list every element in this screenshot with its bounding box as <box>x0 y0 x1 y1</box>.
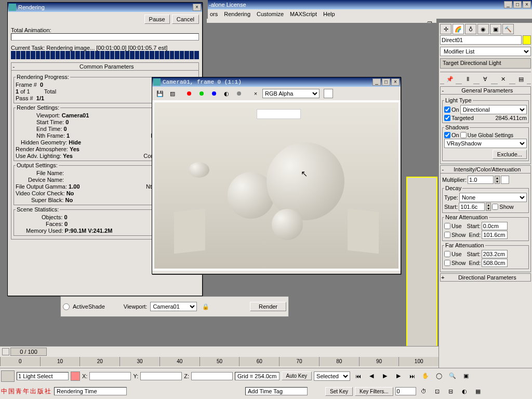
light-type-select[interactable]: Directional <box>460 105 527 114</box>
x-coord[interactable] <box>89 372 131 380</box>
lock-viewport-icon[interactable]: 🔒 <box>200 301 211 312</box>
add-time-tag[interactable]: Add Time Tag <box>245 387 308 395</box>
vfb-maximize-icon[interactable]: □ <box>382 78 390 86</box>
y-coord[interactable] <box>140 372 182 380</box>
lock-icon[interactable] <box>71 371 80 381</box>
goto-start-icon[interactable]: ⏮ <box>352 370 364 382</box>
targeted-checkbox[interactable] <box>444 115 450 121</box>
goto-end-icon[interactable]: ⏭ <box>406 370 418 382</box>
current-frame-spinner[interactable] <box>395 387 416 395</box>
viewport-select[interactable]: Camera01 <box>150 302 197 311</box>
object-name-input[interactable] <box>440 35 522 45</box>
render-button[interactable]: Render <box>250 302 286 311</box>
fov-icon[interactable]: ◐ <box>459 385 470 397</box>
tab-utilities-icon[interactable]: 🔨 <box>502 24 514 34</box>
modifier-stack-item[interactable]: Target Directional Light <box>440 58 531 69</box>
tab-motion-icon[interactable]: ◉ <box>477 24 489 34</box>
far-end-spinner[interactable] <box>482 259 508 267</box>
menu-customize[interactable]: Customize <box>257 11 284 17</box>
min-max-icon[interactable]: ▦ <box>472 385 484 397</box>
clone-icon[interactable]: ▨ <box>167 88 178 99</box>
time-prev-icon[interactable] <box>2 348 9 355</box>
modifier-list-select[interactable]: Modifier List <box>440 47 531 56</box>
near-use-checkbox[interactable] <box>444 223 450 229</box>
blue-channel-icon[interactable] <box>208 88 220 99</box>
prev-frame-icon[interactable]: ◀ <box>366 370 377 382</box>
rollout-general-header[interactable]: -General Parameters <box>440 86 531 95</box>
rollout-directional-header[interactable]: +Directional Parameters <box>440 273 531 282</box>
decay-start-spinner[interactable] <box>459 203 485 211</box>
far-start-spinner[interactable] <box>482 250 508 258</box>
timeline-ruler[interactable]: 0 10 20 30 40 50 60 70 80 90 100 <box>0 357 438 366</box>
next-frame-icon[interactable]: ▶ <box>393 370 404 382</box>
channel-select[interactable]: RGB Alpha <box>262 89 320 98</box>
make-unique-icon[interactable]: ∀ <box>480 73 491 85</box>
tab-create-icon[interactable]: ✢ <box>440 24 451 34</box>
shadow-type-select[interactable]: VRayShadow <box>444 139 527 148</box>
near-show-checkbox[interactable] <box>444 232 450 238</box>
zoom-icon[interactable]: 🔍 <box>447 370 458 382</box>
activeshade-radio[interactable] <box>63 303 70 310</box>
shadows-on-checkbox[interactable] <box>444 132 450 138</box>
green-channel-icon[interactable] <box>196 88 207 99</box>
vfb-minimize-icon[interactable]: _ <box>373 78 381 86</box>
z-coord[interactable] <box>191 372 233 380</box>
decay-show-checkbox[interactable] <box>492 204 498 210</box>
setkey-button[interactable]: Set Key <box>325 387 353 396</box>
remove-modifier-icon[interactable]: ✕ <box>498 73 509 85</box>
multiplier-spin-icon[interactable]: ▲▼ <box>495 176 500 184</box>
maximize-icon[interactable]: □ <box>513 1 522 8</box>
save-image-icon[interactable]: 💾 <box>154 88 166 99</box>
alpha-channel-icon[interactable]: ◐ <box>221 88 232 99</box>
tab-modify-icon[interactable]: 🌈 <box>453 24 464 34</box>
use-global-checkbox[interactable] <box>460 132 467 138</box>
lock-selection-icon[interactable] <box>1 370 15 382</box>
maximize-viewport-icon[interactable]: ▣ <box>460 370 472 382</box>
render-close-icon[interactable]: × <box>193 4 201 11</box>
show-end-result-icon[interactable]: Ⅱ <box>462 73 473 85</box>
mono-channel-icon[interactable] <box>233 88 245 99</box>
far-show-checkbox[interactable] <box>444 260 450 266</box>
vfb-titlebar[interactable]: Camera01, frame 0 (1:1) _ □ × <box>152 77 401 87</box>
rollout-intensity-header[interactable]: -Intensity/Color/Attenuation <box>440 165 531 174</box>
pin-stack-icon[interactable]: 📌 <box>444 73 456 85</box>
keyfilters-button[interactable]: Key Filters... <box>355 387 393 396</box>
autokey-button[interactable]: Auto Key <box>282 371 312 380</box>
menu-maxscript[interactable]: MAXScript <box>290 11 317 17</box>
sphere-2 <box>267 142 344 220</box>
zoom-region-icon[interactable]: ⊟ <box>445 385 457 397</box>
red-channel-icon[interactable] <box>183 88 195 99</box>
pause-button[interactable]: Pause <box>144 15 170 24</box>
light-color-swatch[interactable] <box>501 176 509 184</box>
near-start-spinner[interactable] <box>482 222 508 230</box>
arc-rotate-icon[interactable]: ◯ <box>433 370 445 382</box>
tab-display-icon[interactable]: ▣ <box>490 24 501 34</box>
minimize-icon[interactable]: _ <box>504 1 512 8</box>
menu-help[interactable]: Help <box>323 11 335 17</box>
close-icon[interactable]: × <box>523 1 531 8</box>
zoom-extents-icon[interactable]: ⊡ <box>432 385 443 397</box>
common-params-header[interactable]: -Common Parameters <box>11 62 199 71</box>
vfb-close-icon[interactable]: × <box>391 78 400 86</box>
multiplier-spinner[interactable] <box>468 176 494 184</box>
time-slider-handle[interactable]: 0 / 100 <box>10 348 47 356</box>
keymode-select[interactable]: Selected <box>314 371 350 381</box>
object-color-swatch[interactable] <box>523 35 531 45</box>
render-dialog-titlebar[interactable]: Rendering × <box>8 3 202 12</box>
light-on-checkbox[interactable] <box>444 107 450 113</box>
decay-type-select[interactable]: None <box>459 193 527 202</box>
play-icon[interactable]: ▶ <box>379 370 391 382</box>
pan-icon[interactable]: ✋ <box>420 370 431 382</box>
clear-icon[interactable]: × <box>250 88 261 99</box>
menu-tors[interactable]: ors <box>210 11 218 17</box>
near-end-spinner[interactable] <box>482 231 508 239</box>
far-use-checkbox[interactable] <box>444 251 450 257</box>
configure-sets-icon[interactable]: ▤ <box>515 73 527 85</box>
vfb-swatch[interactable] <box>324 89 333 98</box>
exclude-button[interactable]: Exclude... <box>493 150 527 159</box>
cancel-button[interactable]: Cancel <box>172 15 199 24</box>
time-config-icon[interactable]: ⏱ <box>418 385 430 397</box>
tab-hierarchy-icon[interactable]: ♁ <box>465 24 476 34</box>
decay-start-spin-icon[interactable]: ▲▼ <box>486 203 491 211</box>
menu-rendering[interactable]: Rendering <box>224 11 250 17</box>
